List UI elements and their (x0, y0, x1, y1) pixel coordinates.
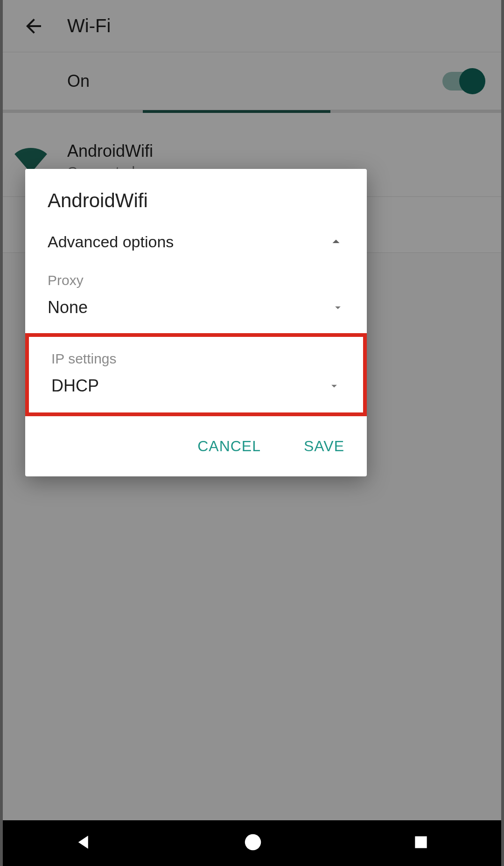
ip-settings-highlight: IP settings DHCP (25, 333, 367, 416)
proxy-section: Proxy None (25, 258, 367, 331)
square-recents-icon (412, 833, 430, 851)
dialog-actions: CANCEL SAVE (25, 416, 367, 476)
dialog-title: AndroidWifi (25, 169, 367, 225)
ip-settings-value: DHCP (51, 376, 99, 396)
system-nav-bar (0, 820, 504, 866)
chevron-up-icon (328, 233, 344, 250)
proxy-label: Proxy (25, 258, 367, 293)
proxy-dropdown[interactable]: None (25, 293, 367, 331)
triangle-back-icon (74, 832, 94, 852)
cancel-button[interactable]: CANCEL (188, 434, 270, 459)
proxy-value: None (48, 298, 88, 317)
save-button[interactable]: SAVE (294, 434, 354, 459)
ip-settings-label: IP settings (29, 337, 363, 371)
ip-settings-dropdown[interactable]: DHCP (29, 371, 363, 410)
advanced-options-label: Advanced options (48, 233, 174, 251)
wifi-config-dialog: AndroidWifi Advanced options Proxy None … (25, 169, 367, 476)
svg-rect-1 (415, 836, 427, 848)
dropdown-arrow-icon (328, 379, 341, 392)
nav-home-button[interactable] (242, 831, 264, 855)
nav-back-button[interactable] (74, 832, 94, 854)
nav-recents-button[interactable] (412, 833, 430, 853)
advanced-options-toggle[interactable]: Advanced options (25, 225, 367, 258)
dropdown-arrow-icon (331, 301, 344, 314)
svg-point-0 (245, 834, 261, 851)
circle-home-icon (242, 831, 264, 853)
wifi-settings-screen: Wi-Fi On AndroidWifi Connected AndroidWi… (0, 0, 504, 866)
